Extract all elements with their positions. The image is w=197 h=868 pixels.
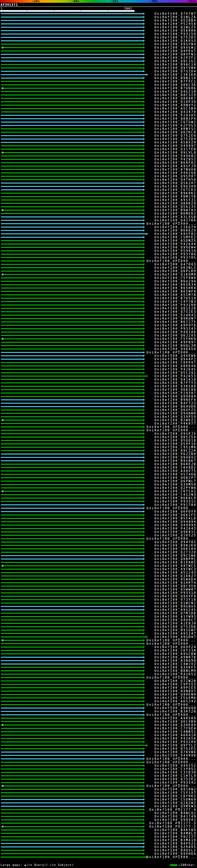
hit-bar[interactable] bbox=[1, 552, 143, 553]
hit-label[interactable]: UniRef100_P29305 bbox=[155, 114, 196, 117]
hit-bar[interactable] bbox=[1, 518, 143, 519]
hit-bar[interactable] bbox=[1, 301, 143, 302]
hit-bar[interactable] bbox=[1, 13, 143, 14]
hit-label[interactable]: UniRef100_Q75ZE5 bbox=[155, 747, 196, 750]
hit-bar[interactable] bbox=[1, 149, 143, 150]
hit-label[interactable]: UniRef100_Q75ZE3 bbox=[155, 310, 196, 313]
hit-bar[interactable] bbox=[1, 545, 143, 546]
hit-bar[interactable] bbox=[1, 799, 143, 800]
hit-label[interactable]: UniRef100_Q5QU18 bbox=[155, 439, 196, 442]
hit-bar[interactable] bbox=[1, 328, 143, 329]
hit-label[interactable]: UniRef100_Q42766 bbox=[155, 219, 196, 222]
hit-label[interactable]: UniRef100_UPI000... bbox=[146, 425, 196, 429]
hit-label[interactable]: UniRef100_Q96300 bbox=[155, 185, 196, 188]
hit-label[interactable]: UniRef100_P46077 bbox=[155, 422, 196, 425]
hit-bar[interactable] bbox=[1, 596, 143, 597]
hit-label[interactable]: UniRef100_Q4U9C7 bbox=[155, 618, 196, 622]
hit-bar[interactable] bbox=[1, 758, 143, 759]
hit-label[interactable]: UniRef100_C8V8D2 bbox=[155, 466, 196, 469]
hit-label[interactable]: UniRef100_UPI000... bbox=[146, 429, 196, 432]
hit-bar[interactable] bbox=[1, 491, 143, 492]
hit-bar[interactable] bbox=[1, 399, 143, 400]
hit-bar[interactable] bbox=[1, 291, 143, 292]
hit-bar[interactable] bbox=[1, 626, 143, 627]
hit-label[interactable]: UniRef100_B4KY89 bbox=[155, 828, 196, 832]
hit-label[interactable]: UniRef100_Q1WCN1 bbox=[155, 601, 196, 605]
hit-bar[interactable] bbox=[1, 355, 143, 356]
hit-label[interactable]: UniRef100_Q7ZW20 bbox=[155, 679, 196, 683]
hit-label[interactable]: UniRef100_Q31TE8 bbox=[155, 148, 196, 151]
hit-bar[interactable] bbox=[1, 98, 143, 99]
hit-label[interactable]: UniRef100_Q1AP39 bbox=[155, 100, 196, 103]
hit-bar[interactable] bbox=[1, 541, 143, 542]
hit-bar[interactable] bbox=[1, 464, 143, 465]
hit-bar[interactable] bbox=[1, 81, 143, 82]
hit-label[interactable]: UniRef100_UPI000... bbox=[146, 856, 196, 859]
hit-bar[interactable] bbox=[1, 95, 143, 95]
hit-label[interactable]: UniRef100_C7YQE4 bbox=[155, 727, 196, 730]
hit-label[interactable]: UniRef100_UPI000... bbox=[146, 676, 196, 679]
hit-bar[interactable] bbox=[1, 819, 143, 820]
hit-bar[interactable] bbox=[1, 708, 143, 709]
hit-label[interactable]: UniRef100_UPI000... bbox=[146, 761, 196, 764]
hit-label[interactable]: UniRef100_A5W6D4 bbox=[155, 578, 196, 581]
hit-label[interactable]: UniRef100_Q6ZKC0 bbox=[155, 130, 196, 134]
hit-label[interactable]: UniRef100_C6TJ38 bbox=[155, 649, 196, 652]
hit-bar[interactable] bbox=[1, 525, 143, 526]
hit-bar[interactable] bbox=[1, 27, 143, 28]
hit-bar[interactable] bbox=[1, 112, 143, 113]
hit-bar[interactable] bbox=[1, 122, 143, 123]
hit-label[interactable]: UniRef100_UPI000... bbox=[146, 351, 196, 354]
hit-label[interactable]: UniRef100_B6RE28 bbox=[155, 463, 196, 466]
hit-label[interactable]: UniRef100_A48V75 bbox=[155, 469, 196, 473]
hit-bar[interactable] bbox=[1, 51, 143, 52]
hit-bar[interactable] bbox=[1, 691, 143, 691]
hit-bar[interactable] bbox=[1, 162, 143, 163]
hit-label[interactable]: UniRef100_Q68189 bbox=[155, 388, 196, 391]
hit-label[interactable]: UniRef100_A9SF82 bbox=[155, 232, 196, 236]
hit-label[interactable]: UniRef100_Q6PLR9 bbox=[155, 270, 196, 273]
hit-label[interactable]: UniRef100_Q75ZD9 bbox=[155, 137, 196, 141]
hit-bar[interactable] bbox=[1, 338, 143, 339]
hit-bar[interactable] bbox=[1, 765, 143, 766]
hit-bar[interactable] bbox=[1, 606, 143, 607]
hit-label[interactable]: UniRef100_A9NR78 bbox=[155, 655, 196, 659]
hit-bar[interactable] bbox=[1, 257, 143, 258]
hit-label[interactable]: UniRef100_C5Y1X7 bbox=[155, 791, 196, 795]
hit-label[interactable]: UniRef100_C1Y051 bbox=[155, 767, 196, 771]
hit-bar[interactable] bbox=[1, 138, 143, 140]
hit-bar[interactable] bbox=[1, 488, 143, 488]
hit-label[interactable]: UniRef100_Q75ZE2 bbox=[155, 777, 196, 781]
hit-label[interactable]: UniRef100_C3K1K8 bbox=[155, 73, 196, 76]
hit-bar[interactable] bbox=[1, 254, 143, 255]
hit-bar[interactable] bbox=[1, 274, 143, 275]
hit-label[interactable]: UniRef100_UPI000... bbox=[146, 537, 196, 540]
hit-bar[interactable] bbox=[1, 37, 143, 38]
hit-label[interactable]: UniRef100_B65NF0 bbox=[155, 290, 196, 293]
hit-bar[interactable] bbox=[1, 271, 143, 272]
hit-bar[interactable] bbox=[1, 173, 143, 173]
hit-bar[interactable] bbox=[1, 230, 143, 231]
hit-bar[interactable] bbox=[1, 240, 143, 241]
hit-label[interactable]: UniRef100_Q3XKF5 bbox=[155, 666, 196, 669]
hit-bar[interactable] bbox=[1, 305, 143, 305]
hit-bar[interactable] bbox=[1, 223, 143, 224]
hit-label[interactable]: UniRef100_Q2PYW8 bbox=[155, 486, 196, 490]
hit-bar[interactable] bbox=[1, 84, 143, 85]
hit-label[interactable]: UniRef100_O49152 bbox=[155, 764, 196, 767]
hit-bar[interactable] bbox=[1, 562, 143, 563]
hit-bar[interactable] bbox=[1, 850, 143, 851]
hit-label[interactable]: UniRef100_Q59F16 bbox=[155, 442, 196, 445]
hit-label[interactable]: UniRef100_P93259 bbox=[155, 32, 196, 36]
hit-bar[interactable] bbox=[1, 457, 143, 458]
hit-label[interactable]: UniRef100_B9W7A3 bbox=[155, 209, 196, 212]
hit-bar[interactable] bbox=[1, 281, 143, 282]
hit-label[interactable]: UniRef100_B0CSI9 bbox=[155, 93, 196, 97]
hit-label[interactable]: UniRef100_P93705 bbox=[155, 256, 196, 259]
hit-label[interactable]: UniRef100_UPI000... bbox=[146, 639, 196, 642]
hit-label[interactable]: UniRef100_B6U294 bbox=[155, 280, 196, 283]
hit-bar[interactable] bbox=[1, 663, 143, 664]
hit-label[interactable]: UniRef100_P91784 bbox=[155, 503, 196, 506]
hit-label[interactable]: UniRef100_B7FTY3 bbox=[155, 381, 196, 384]
hit-label[interactable]: UniRef100_Q01520 bbox=[155, 307, 196, 310]
